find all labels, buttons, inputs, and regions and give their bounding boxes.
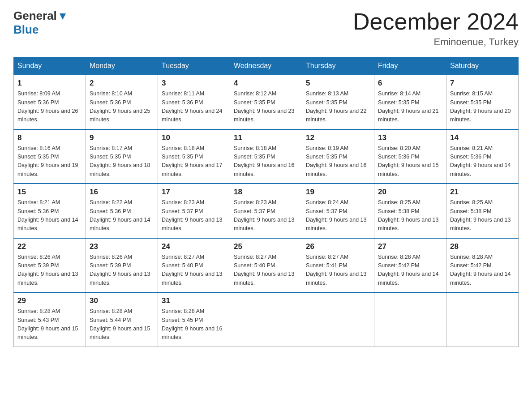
title-block: December 2024 Eminoenue, Turkey bbox=[353, 9, 519, 48]
day-number: 29 bbox=[17, 296, 82, 305]
day-info: Sunrise: 8:15 AMSunset: 5:35 PMDaylight:… bbox=[450, 90, 515, 124]
svg-marker-0 bbox=[60, 13, 66, 20]
calendar-cell: 25 Sunrise: 8:27 AMSunset: 5:40 PMDaylig… bbox=[230, 238, 302, 293]
week-row-5: 29 Sunrise: 8:28 AMSunset: 5:43 PMDaylig… bbox=[14, 292, 519, 347]
weekday-header-saturday: Saturday bbox=[446, 57, 519, 75]
day-number: 2 bbox=[90, 79, 154, 88]
day-info: Sunrise: 8:13 AMSunset: 5:35 PMDaylight:… bbox=[306, 90, 370, 124]
day-number: 16 bbox=[90, 188, 154, 197]
calendar-cell: 7 Sunrise: 8:15 AMSunset: 5:35 PMDayligh… bbox=[446, 75, 519, 129]
day-info: Sunrise: 8:16 AMSunset: 5:35 PMDaylight:… bbox=[17, 144, 82, 179]
calendar-cell: 30 Sunrise: 8:28 AMSunset: 5:44 PMDaylig… bbox=[86, 292, 158, 347]
day-number: 30 bbox=[90, 296, 154, 305]
day-info: Sunrise: 8:24 AMSunset: 5:37 PMDaylight:… bbox=[306, 198, 370, 233]
day-info: Sunrise: 8:17 AMSunset: 5:35 PMDaylight:… bbox=[90, 144, 154, 179]
weekday-header-row: SundayMondayTuesdayWednesdayThursdayFrid… bbox=[14, 57, 519, 75]
day-info: Sunrise: 8:28 AMSunset: 5:43 PMDaylight:… bbox=[17, 307, 82, 342]
day-number: 12 bbox=[306, 133, 370, 142]
day-info: Sunrise: 8:23 AMSunset: 5:37 PMDaylight:… bbox=[234, 198, 298, 233]
day-number: 24 bbox=[162, 242, 226, 251]
day-info: Sunrise: 8:12 AMSunset: 5:35 PMDaylight:… bbox=[234, 90, 298, 124]
day-info: Sunrise: 8:18 AMSunset: 5:35 PMDaylight:… bbox=[234, 144, 298, 179]
weekday-header-sunday: Sunday bbox=[14, 57, 86, 75]
logo-arrow-icon bbox=[58, 12, 68, 21]
calendar-cell: 16 Sunrise: 8:22 AMSunset: 5:36 PMDaylig… bbox=[86, 184, 158, 238]
day-info: Sunrise: 8:18 AMSunset: 5:35 PMDaylight:… bbox=[162, 144, 226, 179]
calendar-cell: 10 Sunrise: 8:18 AMSunset: 5:35 PMDaylig… bbox=[158, 129, 230, 184]
day-info: Sunrise: 8:09 AMSunset: 5:36 PMDaylight:… bbox=[17, 90, 82, 124]
week-row-1: 1 Sunrise: 8:09 AMSunset: 5:36 PMDayligh… bbox=[14, 75, 519, 129]
weekday-header-wednesday: Wednesday bbox=[230, 57, 302, 75]
weekday-header-thursday: Thursday bbox=[302, 57, 374, 75]
day-number: 19 bbox=[306, 188, 370, 197]
day-info: Sunrise: 8:28 AMSunset: 5:44 PMDaylight:… bbox=[90, 307, 154, 342]
calendar-cell: 11 Sunrise: 8:18 AMSunset: 5:35 PMDaylig… bbox=[230, 129, 302, 184]
day-number: 23 bbox=[90, 242, 154, 251]
day-number: 15 bbox=[17, 188, 82, 197]
day-number: 13 bbox=[378, 133, 442, 142]
day-info: Sunrise: 8:28 AMSunset: 5:45 PMDaylight:… bbox=[162, 307, 226, 342]
calendar-cell: 9 Sunrise: 8:17 AMSunset: 5:35 PMDayligh… bbox=[86, 129, 158, 184]
day-info: Sunrise: 8:14 AMSunset: 5:35 PMDaylight:… bbox=[378, 90, 442, 124]
day-number: 5 bbox=[306, 79, 370, 88]
day-number: 25 bbox=[234, 242, 298, 251]
calendar-cell: 13 Sunrise: 8:20 AMSunset: 5:36 PMDaylig… bbox=[374, 129, 446, 184]
day-number: 3 bbox=[162, 79, 226, 88]
day-number: 4 bbox=[234, 79, 298, 88]
logo-blue-text: Blue bbox=[13, 23, 39, 36]
day-info: Sunrise: 8:19 AMSunset: 5:35 PMDaylight:… bbox=[306, 144, 370, 179]
calendar-cell: 3 Sunrise: 8:11 AMSunset: 5:36 PMDayligh… bbox=[158, 75, 230, 129]
weekday-header-tuesday: Tuesday bbox=[158, 57, 230, 75]
calendar-cell: 5 Sunrise: 8:13 AMSunset: 5:35 PMDayligh… bbox=[302, 75, 374, 129]
location: Eminoenue, Turkey bbox=[353, 36, 519, 48]
day-number: 31 bbox=[162, 296, 226, 305]
calendar-table: SundayMondayTuesdayWednesdayThursdayFrid… bbox=[13, 57, 519, 347]
day-info: Sunrise: 8:28 AMSunset: 5:42 PMDaylight:… bbox=[450, 253, 515, 288]
calendar-cell: 26 Sunrise: 8:27 AMSunset: 5:41 PMDaylig… bbox=[302, 238, 374, 293]
day-number: 10 bbox=[162, 133, 226, 142]
logo-general-text: General bbox=[13, 9, 57, 23]
day-info: Sunrise: 8:27 AMSunset: 5:41 PMDaylight:… bbox=[306, 253, 370, 288]
calendar-cell: 19 Sunrise: 8:24 AMSunset: 5:37 PMDaylig… bbox=[302, 184, 374, 238]
day-number: 1 bbox=[17, 79, 82, 88]
calendar-cell: 23 Sunrise: 8:26 AMSunset: 5:39 PMDaylig… bbox=[86, 238, 158, 293]
day-info: Sunrise: 8:27 AMSunset: 5:40 PMDaylight:… bbox=[162, 253, 226, 288]
day-number: 14 bbox=[450, 133, 515, 142]
calendar-cell: 4 Sunrise: 8:12 AMSunset: 5:35 PMDayligh… bbox=[230, 75, 302, 129]
calendar-cell bbox=[446, 292, 519, 347]
day-info: Sunrise: 8:26 AMSunset: 5:39 PMDaylight:… bbox=[90, 253, 154, 288]
day-info: Sunrise: 8:25 AMSunset: 5:38 PMDaylight:… bbox=[378, 198, 442, 233]
day-number: 6 bbox=[378, 79, 442, 88]
day-number: 21 bbox=[450, 188, 515, 197]
day-info: Sunrise: 8:10 AMSunset: 5:36 PMDaylight:… bbox=[90, 90, 154, 124]
day-number: 28 bbox=[450, 242, 515, 251]
day-number: 27 bbox=[378, 242, 442, 251]
day-number: 17 bbox=[162, 188, 226, 197]
day-number: 11 bbox=[234, 133, 298, 142]
calendar-cell: 12 Sunrise: 8:19 AMSunset: 5:35 PMDaylig… bbox=[302, 129, 374, 184]
day-number: 7 bbox=[450, 79, 515, 88]
day-number: 26 bbox=[306, 242, 370, 251]
calendar-cell: 22 Sunrise: 8:26 AMSunset: 5:39 PMDaylig… bbox=[14, 238, 86, 293]
day-info: Sunrise: 8:21 AMSunset: 5:36 PMDaylight:… bbox=[17, 198, 82, 233]
calendar-cell bbox=[302, 292, 374, 347]
day-info: Sunrise: 8:26 AMSunset: 5:39 PMDaylight:… bbox=[17, 253, 82, 288]
day-number: 8 bbox=[17, 133, 82, 142]
calendar-cell: 31 Sunrise: 8:28 AMSunset: 5:45 PMDaylig… bbox=[158, 292, 230, 347]
calendar-cell: 6 Sunrise: 8:14 AMSunset: 5:35 PMDayligh… bbox=[374, 75, 446, 129]
page-header: General Blue December 2024 Eminoenue, Tu… bbox=[13, 9, 519, 48]
week-row-4: 22 Sunrise: 8:26 AMSunset: 5:39 PMDaylig… bbox=[14, 238, 519, 293]
weekday-header-friday: Friday bbox=[374, 57, 446, 75]
day-number: 22 bbox=[17, 242, 82, 251]
day-info: Sunrise: 8:11 AMSunset: 5:36 PMDaylight:… bbox=[162, 90, 226, 124]
day-info: Sunrise: 8:21 AMSunset: 5:36 PMDaylight:… bbox=[450, 144, 515, 179]
day-info: Sunrise: 8:22 AMSunset: 5:36 PMDaylight:… bbox=[90, 198, 154, 233]
week-row-2: 8 Sunrise: 8:16 AMSunset: 5:35 PMDayligh… bbox=[14, 129, 519, 184]
day-info: Sunrise: 8:28 AMSunset: 5:42 PMDaylight:… bbox=[378, 253, 442, 288]
month-title: December 2024 bbox=[353, 9, 519, 34]
calendar-cell: 17 Sunrise: 8:23 AMSunset: 5:37 PMDaylig… bbox=[158, 184, 230, 238]
calendar-cell bbox=[374, 292, 446, 347]
day-info: Sunrise: 8:27 AMSunset: 5:40 PMDaylight:… bbox=[234, 253, 298, 288]
day-info: Sunrise: 8:20 AMSunset: 5:36 PMDaylight:… bbox=[378, 144, 442, 179]
calendar-cell bbox=[230, 292, 302, 347]
